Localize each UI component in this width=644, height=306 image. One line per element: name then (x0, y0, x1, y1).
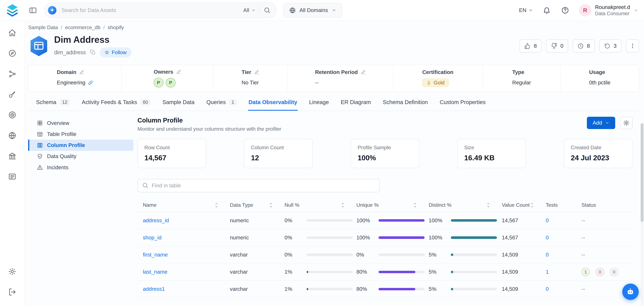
submenu-item-overview[interactable]: Overview (28, 118, 133, 129)
nav-insights[interactable] (4, 84, 21, 105)
status-empty: -- (582, 252, 585, 258)
nav-home[interactable] (4, 23, 21, 43)
header-unique-pct[interactable]: Unique % (356, 202, 429, 208)
sort-icon[interactable] (486, 202, 490, 208)
help-button[interactable] (560, 6, 570, 15)
tests-link[interactable]: 1 (546, 269, 549, 275)
submenu-item-data-quality[interactable]: Data Quality (28, 151, 133, 162)
submenu-item-table-profile[interactable]: Table Profile (28, 129, 133, 140)
tab-custom-properties[interactable]: Custom Properties (439, 99, 486, 111)
header-name[interactable]: Name (143, 202, 230, 208)
tests-link[interactable]: 0 (546, 235, 549, 240)
sort-icon[interactable] (269, 202, 273, 208)
tab-sample-data[interactable]: Sample Data (162, 99, 195, 111)
retention-value: -- (315, 80, 319, 86)
column-name-link[interactable]: first_name (143, 252, 168, 258)
breadcrumb-link[interactable]: ecommerce_db (65, 25, 100, 31)
nav-lineage[interactable] (4, 64, 21, 84)
sort-icon[interactable] (413, 202, 417, 208)
edit-retention-icon[interactable] (361, 70, 366, 75)
notifications-button[interactable] (542, 6, 552, 15)
entity-name: dim_address (54, 49, 86, 56)
tab-er-diagram[interactable]: ER Diagram (340, 99, 372, 111)
views-button[interactable]: 8 (573, 39, 595, 53)
nav-logout[interactable] (4, 282, 21, 302)
app-logo-icon[interactable] (5, 3, 20, 18)
upvote-button[interactable]: 8 (520, 39, 542, 53)
header-data-type[interactable]: Data Type (230, 202, 284, 208)
add-button[interactable]: Add (587, 117, 615, 129)
chat-widget-button[interactable] (622, 283, 639, 300)
tab-schema[interactable]: Schema12 (36, 99, 70, 111)
tab-activity-feeds-tasks[interactable]: Activity Feeds & Tasks60 (81, 99, 151, 111)
distinct-pct-cell: 5% (429, 286, 502, 292)
search-input[interactable] (61, 7, 240, 14)
column-name-link[interactable]: last_name (143, 269, 168, 275)
edit-domain-icon[interactable] (79, 70, 84, 75)
downvote-button[interactable]: 0 (546, 39, 568, 53)
target-icon (8, 111, 16, 119)
search-submit-button[interactable] (263, 6, 272, 15)
column-name-link[interactable]: shop_id (143, 235, 162, 240)
user-avatar: R (579, 4, 591, 17)
null-pct-cell: 0% (284, 217, 356, 223)
unique-pct-value: 80% (356, 286, 374, 292)
column-name-link[interactable]: address_id (143, 217, 169, 223)
sort-icon[interactable] (214, 202, 218, 208)
nav-settings[interactable] (4, 261, 21, 282)
tests-link[interactable]: 0 (546, 217, 549, 223)
sort-icon[interactable] (530, 202, 534, 208)
header-distinct-pct[interactable]: Distinct % (429, 202, 502, 208)
vertical-scrollbar[interactable] (641, 123, 644, 306)
edit-owners-icon[interactable] (176, 70, 181, 75)
entity-info-bar: Domain Engineering Owners P P Tier (28, 65, 639, 92)
tab-data-observability[interactable]: Data Observability (248, 99, 298, 111)
version-history-button[interactable]: 3 (599, 39, 622, 53)
owner-avatar[interactable]: P (154, 78, 163, 87)
thumbs-down-icon (551, 43, 557, 49)
column-name-link[interactable]: address1 (143, 286, 165, 292)
nav-glossary[interactable] (4, 166, 21, 187)
nav-govern[interactable] (4, 146, 21, 166)
nav-explore[interactable] (4, 43, 21, 64)
nav-domains[interactable] (4, 125, 21, 146)
stat-value: 16.49 KB (464, 154, 519, 162)
user-menu[interactable]: R Rounakpreet.d Data Consumer (579, 4, 638, 17)
search-scope-dropdown[interactable]: All (243, 7, 256, 13)
link-icon[interactable] (88, 80, 93, 85)
tab-queries[interactable]: Queries1 (206, 99, 237, 111)
follow-button[interactable]: Follow (100, 47, 132, 57)
columns-icon (37, 142, 43, 148)
stat-value: 14,567 (144, 154, 199, 162)
language-dropdown[interactable]: EN (519, 7, 533, 13)
sort-icon[interactable] (341, 202, 345, 208)
header-value-count[interactable]: Value Count (502, 202, 546, 208)
domains-filter-button[interactable]: All Domains (283, 3, 342, 18)
tab-schema-definition[interactable]: Schema Definition (382, 99, 428, 111)
sidebar-toggle-button[interactable] (27, 5, 38, 16)
key-icon (8, 90, 16, 99)
null-pct-value: 0% (284, 235, 303, 241)
breadcrumb-link[interactable]: Sample Data (28, 25, 58, 31)
header-status: Status (582, 202, 632, 208)
find-in-table-input[interactable] (138, 179, 380, 192)
breadcrumb-link[interactable]: shopify (108, 25, 124, 31)
tests-link[interactable]: 0 (546, 252, 549, 258)
more-options-button[interactable] (626, 39, 639, 53)
tests-link[interactable]: 0 (546, 286, 549, 292)
tab-lineage[interactable]: Lineage (309, 99, 329, 111)
owner-avatar[interactable]: P (166, 78, 176, 87)
edit-tier-icon[interactable] (254, 70, 259, 75)
copy-name-button[interactable] (90, 49, 96, 56)
tier-label: Tier (242, 69, 251, 75)
left-nav (0, 21, 25, 306)
page-title: Dim Address (54, 35, 132, 45)
chevron-down-icon (634, 8, 638, 13)
header-null-pct[interactable]: Null % (284, 202, 356, 208)
submenu-item-column-profile[interactable]: Column Profile (28, 140, 133, 151)
ai-search-icon[interactable] (47, 5, 57, 15)
submenu-item-incidents[interactable]: Incidents (28, 162, 133, 173)
scrollbar-thumb[interactable] (641, 123, 644, 222)
profiler-settings-button[interactable] (620, 117, 632, 129)
nav-observability[interactable] (4, 105, 21, 125)
